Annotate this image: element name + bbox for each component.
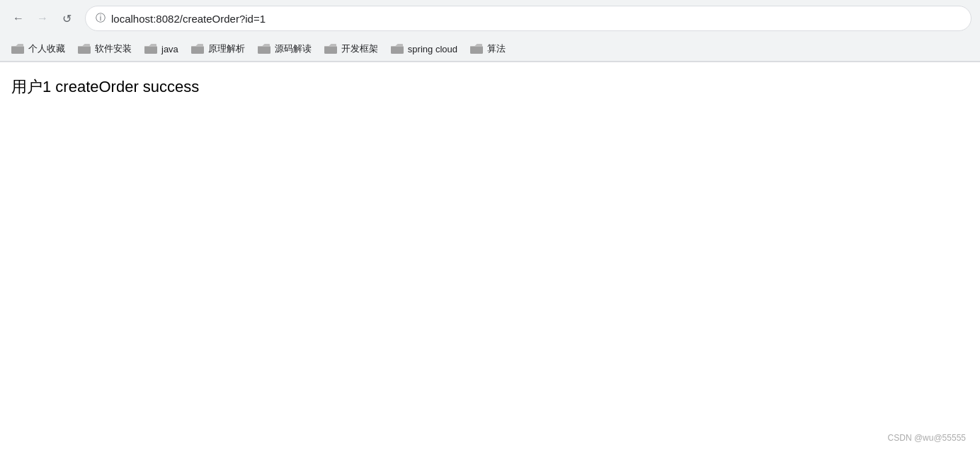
- page-message: 用户1 createOrder success: [11, 76, 969, 98]
- svg-rect-0: [11, 46, 24, 54]
- svg-rect-3: [191, 46, 204, 54]
- bookmark-item-source[interactable]: 源码解读: [252, 40, 317, 58]
- reload-button[interactable]: ↺: [57, 8, 76, 28]
- address-text: localhost:8082/createOrder?id=1: [111, 13, 266, 25]
- bookmark-label-java: java: [161, 44, 178, 54]
- svg-rect-6: [391, 46, 404, 54]
- bookmark-label-algorithm: 算法: [487, 42, 506, 55]
- bookmark-label-devframework: 开发框架: [341, 42, 378, 55]
- svg-rect-2: [144, 46, 157, 54]
- bookmarks-bar: 个人收藏软件安装java原理解析源码解读开发框架spring cloud算法: [0, 37, 980, 62]
- address-bar-row: ← → ↺ ⓘ localhost:8082/createOrder?id=1: [0, 0, 980, 37]
- svg-rect-7: [470, 46, 483, 54]
- nav-buttons: ← → ↺: [8, 8, 76, 28]
- address-bar[interactable]: ⓘ localhost:8082/createOrder?id=1: [85, 6, 972, 31]
- folder-icon: [11, 43, 24, 54]
- bookmark-label-principles: 原理解析: [208, 42, 245, 55]
- browser-chrome: ← → ↺ ⓘ localhost:8082/createOrder?id=1 …: [0, 0, 980, 62]
- folder-icon: [391, 43, 404, 54]
- folder-icon: [324, 43, 337, 54]
- bookmark-item-principles[interactable]: 原理解析: [186, 40, 251, 58]
- page-content: 用户1 createOrder success: [0, 62, 980, 416]
- watermark: CSDN @wu@55555: [888, 433, 966, 443]
- folder-icon: [78, 43, 91, 54]
- bookmark-item-springcloud[interactable]: spring cloud: [385, 40, 463, 57]
- folder-icon: [470, 43, 483, 54]
- folder-icon: [191, 43, 204, 54]
- bookmark-label-springcloud: spring cloud: [408, 44, 457, 54]
- svg-rect-1: [78, 46, 91, 54]
- bookmark-label-personal: 个人收藏: [28, 42, 65, 55]
- back-button[interactable]: ←: [8, 8, 28, 28]
- svg-rect-4: [258, 46, 270, 54]
- bookmark-item-java[interactable]: java: [139, 40, 184, 57]
- folder-icon: [258, 43, 270, 54]
- forward-button[interactable]: →: [33, 8, 52, 28]
- bookmark-label-software: 软件安装: [95, 42, 132, 55]
- bookmark-item-software[interactable]: 软件安装: [72, 40, 137, 58]
- bookmark-item-algorithm[interactable]: 算法: [465, 40, 511, 58]
- security-info-icon: ⓘ: [96, 12, 106, 25]
- bookmark-label-source: 源码解读: [275, 42, 312, 55]
- bookmark-item-personal[interactable]: 个人收藏: [6, 40, 71, 58]
- svg-rect-5: [324, 46, 337, 54]
- bookmark-item-devframework[interactable]: 开发框架: [319, 40, 384, 58]
- folder-icon: [144, 43, 157, 54]
